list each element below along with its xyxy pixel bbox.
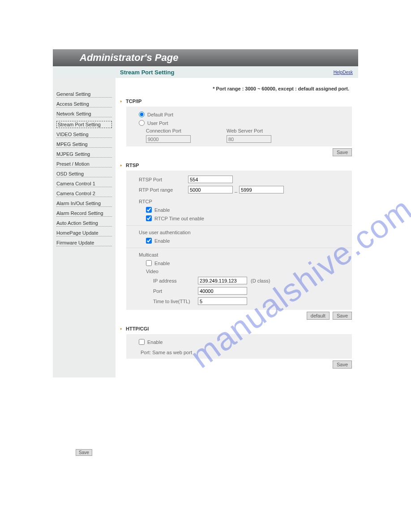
sub-header: Stream Port Setting HelpDesk	[53, 66, 358, 78]
rtp-range-label: RTP Port range	[139, 187, 188, 193]
tcpip-section: TCP/IP Default Port User Port	[116, 97, 358, 161]
video-label: Video	[146, 269, 158, 274]
multicast-port-input[interactable]	[198, 287, 247, 295]
rtsp-section: RTSP RTSP Port RTP Port range _	[116, 161, 358, 324]
ip-label: IP address	[153, 278, 198, 283]
rtp-from-input[interactable]	[188, 186, 233, 193]
sidebar-item-alarm-io[interactable]: Alarm In/Out Setting	[56, 201, 112, 207]
auth-enable-checkbox[interactable]	[146, 238, 152, 244]
auth-label: Use user authentication	[139, 230, 191, 235]
rtsp-port-input[interactable]	[188, 176, 233, 183]
rtp-to-input[interactable]	[239, 186, 284, 193]
main-content: * Port range : 3000 ~ 60000, except : de…	[116, 78, 358, 378]
rtcp-timeout-checkbox[interactable]	[146, 215, 152, 221]
sidebar-item-mpeg[interactable]: MPEG Setting	[56, 142, 112, 148]
httpcgi-save-button[interactable]: Save	[333, 360, 352, 369]
conn-port-input[interactable]	[146, 135, 191, 143]
sidebar-item-firmware-update[interactable]: Firmware Update	[56, 240, 112, 246]
httpcgi-title: HTTP/CGI	[126, 326, 149, 331]
rtsp-save-button[interactable]: Save	[333, 312, 352, 320]
mc-port-label: Port	[153, 288, 198, 294]
user-port-radio[interactable]	[139, 120, 145, 126]
sidebar: General Setting Access Setting Network S…	[53, 78, 116, 378]
sidebar-item-video[interactable]: VIDEO Setting	[56, 132, 112, 138]
web-port-input[interactable]	[227, 135, 271, 143]
bullet-icon	[119, 327, 123, 331]
auth-enable-label: Enable	[154, 238, 170, 244]
web-port-label: Web Server Port	[227, 128, 271, 133]
sidebar-item-mjpeg[interactable]: MJPEG Setting	[56, 151, 112, 158]
rtcp-label: RTCP	[139, 199, 152, 204]
range-separator: _	[235, 187, 237, 193]
httpcgi-enable-checkbox[interactable]	[139, 339, 145, 345]
port-range-note: * Port range : 3000 ~ 60000, except : de…	[116, 82, 358, 97]
httpcgi-port-note: Port: Same as web port	[131, 346, 347, 355]
sidebar-item-homepage-update[interactable]: HomePage Update	[56, 230, 112, 236]
multicast-enable-label: Enable	[154, 261, 170, 266]
httpcgi-enable-label: Enable	[147, 339, 163, 345]
default-port-label: Default Port	[147, 112, 173, 117]
sidebar-item-network[interactable]: Network Setting	[56, 111, 112, 117]
ttl-input[interactable]	[198, 297, 247, 305]
rtsp-port-label: RTSP Port	[139, 177, 188, 182]
rtsp-title: RTSP	[126, 163, 139, 168]
sidebar-item-osd[interactable]: OSD Setting	[56, 171, 112, 177]
user-port-label: User Port	[147, 120, 168, 126]
header-title: Administrator's Page	[80, 52, 178, 64]
dclass-note: (D class)	[251, 278, 270, 283]
conn-port-label: Connection Port	[146, 128, 191, 133]
bullet-icon	[119, 163, 123, 167]
sidebar-item-preset-motion[interactable]: Preset / Motion	[56, 161, 112, 167]
sidebar-item-alarm-record[interactable]: Alarm Record Setting	[56, 210, 112, 217]
page-title: Stream Port Setting	[120, 69, 174, 76]
rtcp-timeout-label: RTCP Time out enable	[154, 216, 204, 221]
multicast-enable-checkbox[interactable]	[146, 260, 152, 266]
multicast-ip-input[interactable]	[198, 277, 247, 284]
sidebar-item-general[interactable]: General Setting	[56, 91, 112, 98]
sidebar-item-access[interactable]: Access Setting	[56, 101, 112, 107]
tcpip-save-button[interactable]: Save	[333, 148, 352, 156]
page-header: Administrator's Page	[53, 49, 358, 66]
sidebar-item-camera2[interactable]: Camera Control 2	[56, 191, 112, 197]
bullet-icon	[119, 99, 123, 103]
tcpip-title: TCP/IP	[126, 99, 141, 104]
sidebar-item-camera1[interactable]: Camera Control 1	[56, 181, 112, 187]
rtcp-enable-label: Enable	[154, 207, 170, 213]
default-port-radio[interactable]	[139, 112, 145, 117]
multicast-label: Multicast	[139, 252, 158, 257]
rtsp-default-button[interactable]: default	[307, 312, 330, 320]
lonely-save-button[interactable]: Save	[76, 449, 92, 456]
ttl-label: Time to live(TTL)	[153, 299, 198, 304]
sidebar-item-stream-port[interactable]: Stream Port Setting	[56, 121, 112, 128]
httpcgi-section: HTTP/CGI Enable Port: Same as web port S…	[116, 324, 358, 373]
helpdesk-link[interactable]: HelpDesk	[334, 70, 353, 75]
sidebar-item-auto-action[interactable]: Auto Action Setting	[56, 220, 112, 227]
rtcp-enable-checkbox[interactable]	[146, 207, 152, 213]
